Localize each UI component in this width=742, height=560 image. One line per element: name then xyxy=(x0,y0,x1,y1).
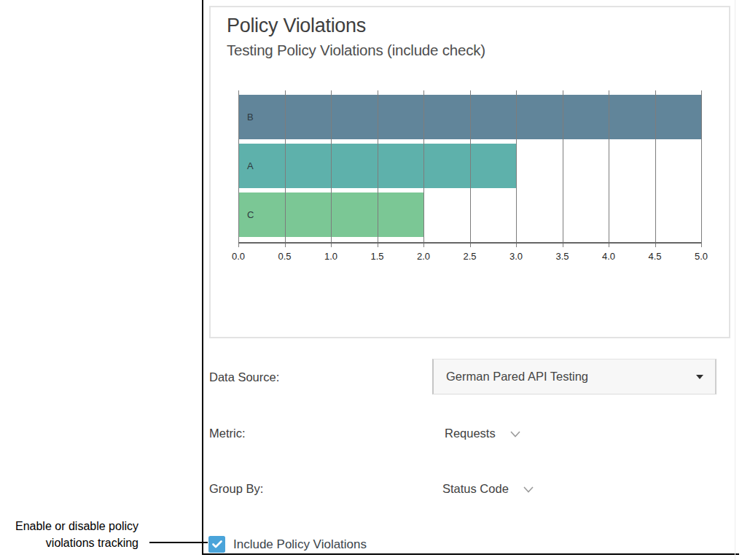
x-tick-label: 3.5 xyxy=(555,251,569,262)
gridline xyxy=(423,90,424,247)
gridline xyxy=(470,90,471,247)
gridline xyxy=(331,90,332,247)
chart-card: Policy Violations Testing Policy Violati… xyxy=(209,6,730,338)
gridline xyxy=(516,90,517,247)
chart-plot: BAC0.00.51.01.52.02.53.03.54.04.55.0 xyxy=(238,90,701,243)
group-by-value: Status Code xyxy=(442,481,509,496)
x-tick-label: 0.5 xyxy=(278,251,291,262)
content-right-edge-line xyxy=(735,0,735,560)
x-tick-label: 1.5 xyxy=(370,251,383,262)
x-tick-label: 1.0 xyxy=(324,251,337,262)
panel-border-bottom xyxy=(202,553,739,555)
gridline xyxy=(609,90,609,247)
gridline xyxy=(701,90,702,247)
gridline xyxy=(563,90,563,247)
chevron-down-icon xyxy=(523,486,534,493)
group-by-dropdown[interactable]: Status Code xyxy=(442,481,534,496)
data-source-select[interactable]: German Pared API Testing xyxy=(432,359,716,394)
group-by-label: Group By: xyxy=(209,481,263,496)
x-axis-line xyxy=(238,242,701,244)
data-source-label: Data Source: xyxy=(209,370,279,384)
checkmark-icon xyxy=(212,540,222,548)
data-source-value: German Pared API Testing xyxy=(446,359,588,393)
bar-label: A xyxy=(247,144,254,188)
annotation-line-2: violations tracking xyxy=(0,534,138,551)
x-tick-label: 2.0 xyxy=(417,251,430,262)
chevron-down-icon xyxy=(510,431,520,438)
x-tick-label: 2.5 xyxy=(463,251,476,262)
callout-line xyxy=(149,542,208,543)
include-policy-checkbox[interactable] xyxy=(208,536,225,553)
panel-border-vertical xyxy=(202,0,203,555)
metric-value: Requests xyxy=(445,426,496,440)
gridline xyxy=(285,90,286,247)
chart-subtitle: Testing Policy Violations (include check… xyxy=(227,42,485,59)
x-tick-label: 3.0 xyxy=(509,251,523,262)
include-policy-label: Include Policy Violations xyxy=(233,537,367,552)
gridline xyxy=(238,90,239,247)
x-tick-label: 4.0 xyxy=(602,251,615,262)
x-tick-label: 4.5 xyxy=(648,251,661,262)
dropdown-caret-icon xyxy=(696,375,703,379)
gridline xyxy=(655,90,656,247)
annotation-text: Enable or disable policy violations trac… xyxy=(0,518,138,551)
metric-label: Metric: xyxy=(209,426,246,440)
bar-label: B xyxy=(247,95,254,139)
metric-dropdown[interactable]: Requests xyxy=(445,426,520,440)
chart-title: Policy Violations xyxy=(227,15,366,37)
annotation-line-1: Enable or disable policy xyxy=(0,518,138,534)
bar-label: C xyxy=(247,192,254,237)
x-tick-label: 0.0 xyxy=(232,251,245,262)
gridline xyxy=(378,90,378,247)
x-tick-label: 5.0 xyxy=(695,251,708,262)
